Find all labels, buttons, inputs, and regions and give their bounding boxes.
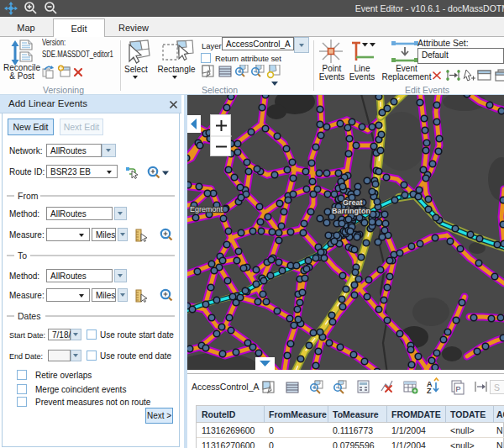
svg-text:Z: Z [427,387,432,395]
svg-text:Egremont: Egremont [190,205,223,213]
svg-text:Barrington: Barrington [332,207,370,215]
svg-text:Great: Great [343,198,363,207]
svg-text:From: From [18,191,39,201]
svg-text:P: P [456,385,461,393]
svg-text:Dates: Dates [18,311,40,321]
svg-text:To: To [18,250,27,261]
